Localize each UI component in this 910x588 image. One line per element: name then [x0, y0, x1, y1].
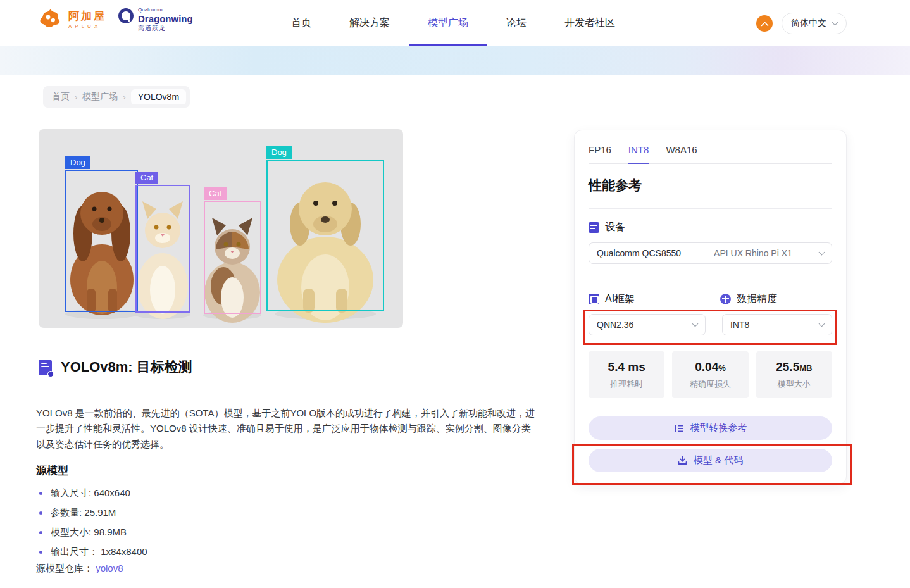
spec-param-count: 参数量: 25.91M	[39, 507, 147, 519]
chevron-down-icon	[819, 320, 825, 327]
model-and-code-label: 模型 & 代码	[694, 454, 743, 466]
breadcrumb-model-market[interactable]: 模型广场	[82, 91, 118, 103]
download-icon	[678, 456, 687, 465]
repo-label: 源模型仓库：	[36, 563, 93, 573]
data-precision-icon	[720, 294, 731, 304]
aplux-round-button[interactable]	[756, 15, 773, 32]
stat-accuracy-loss: 0.04% 精确度损失	[672, 351, 748, 398]
top-navbar: 阿加屋 APLUX Qualcomm Dragonwing 高通跃龙 首页 解决…	[0, 0, 910, 46]
spec-input-size: 输入尺寸: 640x640	[39, 487, 147, 499]
device-board-value: APLUX Rhino Pi X1	[714, 248, 792, 258]
logo-area[interactable]: 阿加屋 APLUX Qualcomm Dragonwing 高通跃龙	[38, 8, 193, 32]
breadcrumb-separator: ›	[75, 92, 77, 102]
nav-item-model-market[interactable]: 模型广场	[409, 0, 487, 46]
precision-value: INT8	[730, 320, 749, 330]
stat-unit: MB	[799, 363, 812, 373]
device-icon	[589, 222, 599, 233]
stat-unit: %	[718, 363, 726, 373]
precision-tabs: FP16 INT8 W8A16	[589, 144, 832, 164]
stat-unit: ms	[625, 360, 645, 373]
qualcomm-swirl-icon	[118, 8, 134, 27]
doc-badge-icon	[47, 371, 54, 377]
nav-item-dev-community[interactable]: 开发者社区	[545, 0, 634, 46]
spec-model-size: 模型大小: 98.9MB	[39, 527, 147, 539]
tab-w8a16[interactable]: W8A16	[666, 144, 697, 164]
repo-link[interactable]: yolov8	[96, 563, 123, 573]
stat-label: 精确度损失	[690, 378, 731, 390]
nav-item-solutions[interactable]: 解决方案	[330, 0, 409, 46]
ai-framework-label: AI框架	[605, 292, 635, 306]
aplux-logo-icon	[38, 8, 63, 32]
dragonwing-cn-wordmark: 高通跃龙	[138, 25, 193, 32]
language-selector[interactable]: 简体中文	[782, 13, 847, 34]
aplux-brand-cn: 阿加屋	[68, 11, 106, 22]
ai-framework-icon	[589, 294, 599, 304]
aplux-brand-en: APLUX	[68, 24, 106, 29]
breadcrumb-current-page: YOLOv8m	[131, 89, 186, 104]
page-title: YOLOv8m: 目标检测	[61, 358, 192, 377]
breadcrumb: 首页 › 模型广场 › YOLOv8m	[43, 86, 190, 108]
stat-label: 推理耗时	[610, 378, 643, 390]
model-conversion-reference-label: 模型转换参考	[690, 422, 747, 434]
bbox-cat-2	[204, 201, 261, 314]
qualcomm-wordmark: Qualcomm	[138, 8, 193, 13]
spec-output-size: 输出尺寸： 1x84x8400	[39, 546, 147, 558]
source-model-spec-list: 输入尺寸: 640x640 参数量: 25.91M 模型大小: 98.9MB 输…	[39, 487, 147, 566]
precision-select[interactable]: INT8	[722, 314, 832, 335]
hero-banner-strip	[0, 46, 910, 75]
source-model-heading: 源模型	[36, 463, 68, 478]
language-label: 简体中文	[791, 18, 826, 29]
framework-select[interactable]: QNN2.36	[589, 314, 706, 335]
list-icon	[674, 424, 684, 433]
framework-value: QNN2.36	[597, 320, 633, 330]
model-description: YOLOv8 是一款前沿的、最先进的（SOTA）模型，基于之前YOLO版本的成功…	[36, 406, 539, 452]
performance-heading: 性能参考	[589, 177, 832, 194]
stat-value: 5.4	[608, 360, 625, 373]
model-and-code-button[interactable]: 模型 & 代码	[589, 449, 832, 472]
bbox-label-cat-2: Cat	[204, 187, 227, 200]
performance-panel: FP16 INT8 W8A16 性能参考 设备 Qualcomm QCS8550…	[574, 130, 847, 484]
stat-label: 模型大小	[778, 378, 811, 390]
nav-item-forum[interactable]: 论坛	[487, 0, 545, 46]
divider	[589, 208, 832, 209]
detection-example-image: Dog Cat Cat Dog	[39, 129, 403, 328]
tab-fp16[interactable]: FP16	[589, 144, 611, 164]
bbox-label-cat-1: Cat	[135, 172, 158, 184]
aplux-logo: 阿加屋 APLUX	[38, 8, 106, 32]
device-label: 设备	[605, 221, 625, 234]
main-nav: 首页 解决方案 模型广场 论坛 开发者社区	[272, 0, 634, 46]
tab-int8[interactable]: INT8	[628, 144, 649, 164]
chevron-down-icon	[819, 249, 825, 255]
bbox-label-dog-2: Dog	[266, 146, 292, 159]
chevron-down-icon	[832, 19, 838, 25]
stat-model-size: 25.5MB 模型大小	[756, 351, 832, 398]
stat-value: 25.5	[776, 360, 799, 373]
nav-item-home[interactable]: 首页	[272, 0, 330, 46]
bbox-label-dog-1: Dog	[65, 156, 90, 169]
chevron-down-icon	[692, 320, 699, 327]
divider	[589, 278, 832, 278]
bbox-dog-2	[266, 160, 384, 311]
model-conversion-reference-button[interactable]: 模型转换参考	[589, 416, 832, 440]
stat-value: 0.04	[695, 360, 718, 373]
qualcomm-dragonwing-logo: Qualcomm Dragonwing 高通跃龙	[118, 8, 193, 32]
arrow-up-icon	[761, 21, 769, 29]
model-doc-icon	[39, 360, 52, 375]
device-select[interactable]: Qualcomm QCS8550 APLUX Rhino Pi X1	[589, 242, 832, 264]
breadcrumb-home[interactable]: 首页	[52, 91, 70, 103]
bbox-cat-1	[135, 185, 190, 313]
breadcrumb-separator: ›	[123, 92, 125, 102]
bbox-dog-1	[65, 170, 138, 312]
dragonwing-wordmark: Dragonwing	[138, 14, 193, 23]
stat-inference-time: 5.4 ms 推理耗时	[589, 351, 664, 398]
data-precision-label: 数据精度	[737, 292, 777, 306]
device-chip-value: Qualcomm QCS8550	[597, 248, 681, 258]
